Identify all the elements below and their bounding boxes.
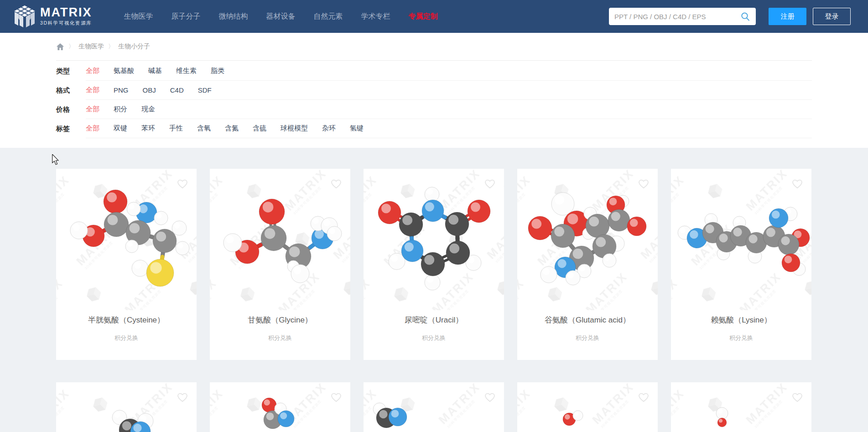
nav-item-biomedicine[interactable]: 生物医学 — [124, 12, 153, 21]
top-white-section: 〉生物医学〉生物小分子 类型全部氨基酸碱基维生素脂类格式全部PNGOBJC4DS… — [0, 33, 868, 148]
search-icon[interactable] — [740, 11, 750, 21]
brand-name: MATRIX — [40, 6, 92, 19]
favorite-heart-icon[interactable] — [484, 178, 496, 190]
filter-option[interactable]: 球棍模型 — [281, 124, 308, 133]
breadcrumb: 〉生物医学〉生物小分子 — [56, 33, 812, 61]
product-title: 甘氨酸（Glycine） — [210, 315, 350, 326]
product-image — [364, 169, 504, 310]
product-image — [517, 382, 658, 432]
filter-option[interactable]: 全部 — [86, 67, 99, 75]
register-button[interactable]: 注册 — [769, 8, 806, 25]
filter-option[interactable]: 杂环 — [322, 124, 336, 133]
filter-option[interactable]: 手性 — [169, 124, 183, 133]
login-button[interactable]: 登录 — [813, 8, 851, 25]
top-header: MATRIX 3D科学可视化资源库 生物医学原子分子微纳结构器材设备自然元素学术… — [0, 0, 868, 33]
filter-option[interactable]: PNG — [114, 86, 129, 94]
product-card[interactable] — [364, 382, 504, 432]
filter-label: 价格 — [56, 100, 86, 119]
filter-label: 类型 — [56, 62, 86, 81]
filter-label: 标签 — [56, 119, 86, 138]
matrix-cube-logo-icon — [14, 5, 36, 28]
product-card[interactable] — [671, 382, 811, 432]
favorite-heart-icon[interactable] — [177, 391, 188, 403]
filter-option[interactable]: 维生素 — [176, 67, 197, 75]
filter-option[interactable]: 脂类 — [211, 67, 224, 75]
favorite-heart-icon[interactable] — [791, 391, 803, 403]
filter-option[interactable]: OBJ — [143, 86, 156, 94]
favorite-heart-icon[interactable] — [791, 178, 803, 190]
product-card[interactable] — [517, 382, 658, 432]
product-image — [210, 382, 350, 432]
favorite-heart-icon[interactable] — [330, 391, 342, 403]
product-title: 赖氨酸（Lysine） — [671, 315, 811, 326]
filter-option[interactable]: SDF — [198, 86, 212, 94]
filter-option[interactable]: 氢键 — [350, 124, 364, 133]
favorite-heart-icon[interactable] — [638, 391, 650, 403]
filter-option[interactable]: 全部 — [86, 124, 99, 133]
filters-panel: 类型全部氨基酸碱基维生素脂类格式全部PNGOBJC4DSDF价格全部积分现金标签… — [56, 61, 812, 138]
product-image — [56, 382, 197, 432]
product-title: 谷氨酸（Glutamic acid） — [517, 315, 658, 326]
breadcrumb-item[interactable]: 生物医学 — [78, 42, 104, 51]
filter-option[interactable]: 含氮 — [225, 124, 239, 133]
filter-option[interactable]: 全部 — [86, 105, 99, 114]
filter-option[interactable]: 氨基酸 — [114, 67, 134, 75]
filter-options: 全部双键苯环手性含氧含氮含硫球棍模型杂环氢键 — [86, 119, 812, 138]
filter-option[interactable]: 全部 — [86, 86, 99, 94]
filter-row: 价格全部积分现金 — [56, 100, 812, 119]
product-price: 积分兑换 — [210, 334, 350, 342]
nav-item-micro-nano[interactable]: 微纳结构 — [219, 12, 248, 21]
mouse-cursor — [51, 154, 59, 165]
product-card[interactable]: 谷氨酸（Glutamic acid）积分兑换 — [517, 169, 658, 360]
product-card[interactable]: 半胱氨酸（Cysteine）积分兑换 — [56, 169, 197, 360]
breadcrumb-separator: 〉 — [108, 42, 114, 51]
favorite-heart-icon[interactable] — [330, 178, 342, 190]
filter-label: 格式 — [56, 81, 86, 100]
product-image — [671, 382, 811, 432]
filter-row: 格式全部PNGOBJC4DSDF — [56, 81, 812, 100]
favorite-heart-icon[interactable] — [177, 178, 188, 190]
product-grid: 半胱氨酸（Cysteine）积分兑换甘氨酸（Glycine）积分兑换尿嘧啶（Ur… — [56, 169, 812, 432]
filter-option[interactable]: 苯环 — [141, 124, 155, 133]
search-input[interactable] — [614, 13, 740, 21]
nav-item-exclusive-custom[interactable]: 专属定制 — [409, 12, 438, 21]
filter-option[interactable]: 碱基 — [148, 67, 162, 75]
nav-item-atom-molecule[interactable]: 原子分子 — [172, 12, 201, 21]
filter-option[interactable]: 积分 — [114, 105, 127, 114]
product-image — [364, 382, 504, 432]
product-price: 积分兑换 — [671, 334, 811, 342]
product-image — [56, 169, 197, 310]
product-card[interactable]: 尿嘧啶（Uracil）积分兑换 — [364, 169, 504, 360]
filter-option[interactable]: 含氧 — [197, 124, 211, 133]
product-price: 积分兑换 — [517, 334, 658, 342]
filter-row: 标签全部双键苯环手性含氧含氮含硫球棍模型杂环氢键 — [56, 119, 812, 138]
filter-option[interactable]: C4D — [170, 86, 184, 94]
product-card[interactable] — [210, 382, 350, 432]
breadcrumb-separator: 〉 — [68, 42, 74, 51]
product-image — [517, 169, 658, 310]
brand-logo[interactable]: MATRIX 3D科学可视化资源库 — [14, 5, 92, 28]
product-card[interactable] — [56, 382, 197, 432]
filter-options: 全部氨基酸碱基维生素脂类 — [86, 62, 812, 81]
filter-options: 全部积分现金 — [86, 100, 812, 119]
filter-option[interactable]: 含硫 — [253, 124, 266, 133]
nav-item-equipment[interactable]: 器材设备 — [266, 12, 296, 21]
home-icon[interactable] — [56, 43, 64, 51]
filter-option[interactable]: 现金 — [141, 105, 155, 114]
product-image — [671, 169, 811, 310]
breadcrumb-item[interactable]: 生物小分子 — [118, 42, 150, 51]
product-title: 尿嘧啶（Uracil） — [364, 315, 504, 326]
filter-row: 类型全部氨基酸碱基维生素脂类 — [56, 62, 812, 81]
product-price: 积分兑换 — [56, 334, 197, 342]
product-image — [210, 169, 350, 310]
nav-item-academic-column[interactable]: 学术专栏 — [361, 12, 390, 21]
brand-subtitle: 3D科学可视化资源库 — [40, 20, 92, 26]
nav-item-natural-elements[interactable]: 自然元素 — [314, 12, 343, 21]
favorite-heart-icon[interactable] — [638, 178, 650, 190]
filter-option[interactable]: 双键 — [114, 124, 127, 133]
product-card[interactable]: 甘氨酸（Glycine）积分兑换 — [210, 169, 350, 360]
favorite-heart-icon[interactable] — [484, 391, 496, 403]
product-card[interactable]: 赖氨酸（Lysine）积分兑换 — [671, 169, 811, 360]
product-title: 半胱氨酸（Cysteine） — [56, 315, 197, 326]
filter-options: 全部PNGOBJC4DSDF — [86, 81, 812, 100]
